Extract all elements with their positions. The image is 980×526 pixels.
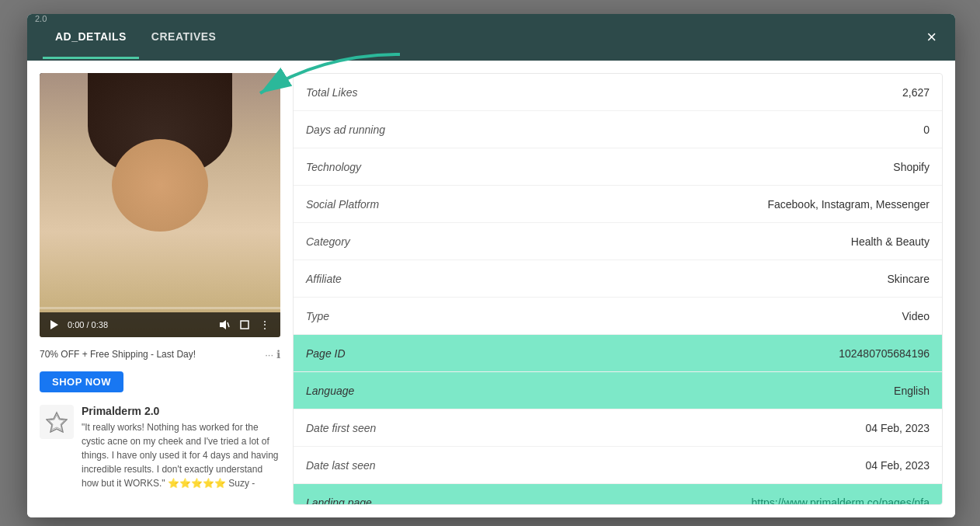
detail-value-4: Health & Beauty xyxy=(851,235,930,248)
shop-btn-container: SHOP NOW xyxy=(40,371,280,392)
detail-row-0: Total Likes2,627 xyxy=(294,74,942,111)
left-panel: 0:00 / 0:38 ⋮ xyxy=(40,73,280,505)
more-options-button[interactable]: ⋮ xyxy=(258,317,273,333)
detail-row-5: AffiliateSkincare xyxy=(294,260,942,298)
detail-row-7: Page ID102480705684196 xyxy=(294,335,942,372)
info-icon: ℹ xyxy=(276,348,280,361)
svg-line-3 xyxy=(228,322,229,327)
detail-value-10: 04 Feb, 2023 xyxy=(865,459,930,472)
detail-label-4: Category xyxy=(306,235,851,248)
brand-info: Primalderm 2.0 "It really works! Nothing… xyxy=(82,405,280,490)
detail-value-5: Skincare xyxy=(888,273,930,285)
detail-label-5: Affiliate xyxy=(306,273,888,285)
modal-body: 0:00 / 0:38 ⋮ xyxy=(27,61,955,517)
detail-row-3: Social PlatformFacebook, Instagram, Mess… xyxy=(294,186,942,223)
detail-label-7: Page ID xyxy=(306,347,839,360)
brand-name: Primalderm 2.0 xyxy=(82,405,280,417)
detail-row-6: TypeVideo xyxy=(294,298,942,335)
detail-label-8: Language xyxy=(306,385,894,397)
svg-rect-4 xyxy=(241,321,248,329)
ad-caption: 70% OFF + Free Shipping - Last Day! xyxy=(40,349,196,360)
details-table: Total Likes2,627Days ad running0Technolo… xyxy=(293,73,943,505)
detail-value-11[interactable]: https://www.primalderm.co/pages/nfa xyxy=(751,496,930,505)
detail-value-2: Shopify xyxy=(893,161,930,173)
version-badge: 2.0 xyxy=(35,14,47,23)
volume-button[interactable] xyxy=(217,318,231,332)
detail-value-0: 2,627 xyxy=(902,86,930,99)
right-panel: Total Likes2,627Days ad running0Technolo… xyxy=(293,73,943,505)
ad-caption-row: 70% OFF + Free Shipping - Last Day! ··· … xyxy=(40,347,280,362)
brand-row: Primalderm 2.0 "It really works! Nothing… xyxy=(40,402,280,493)
svg-marker-2 xyxy=(220,320,226,329)
detail-label-0: Total Likes xyxy=(306,86,902,99)
detail-label-10: Date last seen xyxy=(306,459,865,472)
video-controls: 0:00 / 0:38 ⋮ xyxy=(40,312,280,337)
shop-now-button[interactable]: SHOP NOW xyxy=(40,371,123,392)
detail-row-10: Date last seen04 Feb, 2023 xyxy=(294,447,942,484)
detail-value-8: English xyxy=(894,385,930,397)
play-button[interactable] xyxy=(47,318,61,332)
more-info: ··· ℹ xyxy=(265,348,280,361)
detail-row-4: CategoryHealth & Beauty xyxy=(294,223,942,260)
detail-value-6: Video xyxy=(902,310,930,322)
modal: 2.0 AD_DETAILS CREATIVES × xyxy=(27,14,955,517)
modal-header: 2.0 AD_DETAILS CREATIVES × xyxy=(27,14,955,61)
detail-label-6: Type xyxy=(306,310,902,322)
detail-value-1: 0 xyxy=(923,124,930,136)
detail-label-2: Technology xyxy=(306,161,893,173)
video-time: 0:00 / 0:38 xyxy=(68,320,211,329)
detail-row-11: Landing pagehttps://www.primalderm.co/pa… xyxy=(294,484,942,505)
tab-ad-details[interactable]: AD_DETAILS xyxy=(43,16,139,59)
detail-value-3: Facebook, Instagram, Messenger xyxy=(767,198,930,211)
detail-label-1: Days ad running xyxy=(306,124,923,136)
detail-value-7: 102480705684196 xyxy=(839,347,930,360)
detail-rows: Total Likes2,627Days ad running0Technolo… xyxy=(294,74,942,505)
detail-row-2: TechnologyShopify xyxy=(294,148,942,186)
detail-label-9: Date first seen xyxy=(306,422,865,434)
tab-creatives[interactable]: CREATIVES xyxy=(139,16,229,59)
fullscreen-button[interactable] xyxy=(238,318,252,332)
detail-row-1: Days ad running0 xyxy=(294,111,942,148)
detail-value-9: 04 Feb, 2023 xyxy=(865,422,930,434)
close-button[interactable]: × xyxy=(920,26,943,49)
detail-row-8: LanguageEnglish xyxy=(294,372,942,409)
detail-row-9: Date first seen04 Feb, 2023 xyxy=(294,409,942,447)
detail-label-11: Landing page xyxy=(306,496,751,505)
brand-description: "It really works! Nothing has worked for… xyxy=(82,420,280,490)
video-container: 0:00 / 0:38 ⋮ xyxy=(40,73,280,337)
svg-marker-1 xyxy=(50,320,58,329)
video-thumbnail xyxy=(40,73,280,337)
brand-logo xyxy=(40,405,74,439)
detail-label-3: Social Platform xyxy=(306,198,767,211)
video-progress-bar[interactable] xyxy=(40,307,280,309)
